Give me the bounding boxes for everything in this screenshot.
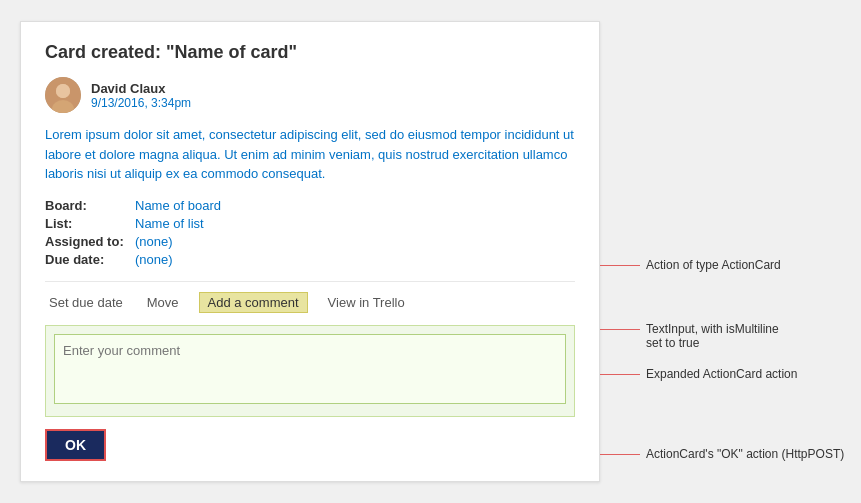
annotation-textinput: TextInput, with isMultiline set to true <box>600 322 779 350</box>
card-title: Card created: "Name of card" <box>45 42 575 63</box>
comment-area-wrapper <box>45 325 575 417</box>
annotation-text-3: Expanded ActionCard action <box>646 367 797 381</box>
meta-label-duedate: Due date: <box>45 252 135 267</box>
meta-label-assigned: Assigned to: <box>45 234 135 249</box>
author-row: David Claux 9/13/2016, 3:34pm <box>45 77 575 113</box>
add-comment-button[interactable]: Add a comment <box>199 292 308 313</box>
annotation-text-4: ActionCard's "OK" action (HttpPOST) <box>646 447 844 461</box>
annotation-text-2: TextInput, with isMultiline set to true <box>646 322 779 350</box>
meta-row-list: List: Name of list <box>45 216 575 231</box>
avatar <box>45 77 81 113</box>
comment-input[interactable] <box>54 334 566 404</box>
meta-row-duedate: Due date: (none) <box>45 252 575 267</box>
svg-point-3 <box>56 84 70 98</box>
meta-label-list: List: <box>45 216 135 231</box>
ok-button[interactable]: OK <box>45 429 106 461</box>
card-container: Card created: "Name of card" David Claux… <box>20 21 600 482</box>
annotations-panel: Action of type ActionCard TextInput, wit… <box>600 0 860 503</box>
set-due-date-button[interactable]: Set due date <box>45 293 127 312</box>
meta-row-board: Board: Name of board <box>45 198 575 213</box>
annotation-line-3 <box>600 374 640 375</box>
body-text: Lorem ipsum dolor sit amet, consectetur … <box>45 125 575 184</box>
meta-row-assigned: Assigned to: (none) <box>45 234 575 249</box>
annotation-line-2 <box>600 329 640 330</box>
action-buttons: Set due date Move Add a comment View in … <box>45 281 575 313</box>
meta-table: Board: Name of board List: Name of list … <box>45 198 575 267</box>
annotation-expanded: Expanded ActionCard action <box>600 367 797 381</box>
annotation-text-1: Action of type ActionCard <box>646 258 781 272</box>
meta-value-board: Name of board <box>135 198 221 213</box>
meta-value-assigned: (none) <box>135 234 173 249</box>
view-in-trello-button[interactable]: View in Trello <box>324 293 409 312</box>
author-name: David Claux <box>91 81 191 96</box>
page-wrapper: Card created: "Name of card" David Claux… <box>0 0 861 503</box>
meta-value-list: Name of list <box>135 216 204 231</box>
author-date: 9/13/2016, 3:34pm <box>91 96 191 110</box>
annotation-ok: ActionCard's "OK" action (HttpPOST) <box>600 447 844 461</box>
annotation-line-1 <box>600 265 640 266</box>
annotation-action-card: Action of type ActionCard <box>600 258 781 272</box>
annotation-line-4 <box>600 454 640 455</box>
author-info: David Claux 9/13/2016, 3:34pm <box>91 81 191 110</box>
meta-value-duedate: (none) <box>135 252 173 267</box>
meta-label-board: Board: <box>45 198 135 213</box>
move-button[interactable]: Move <box>143 293 183 312</box>
